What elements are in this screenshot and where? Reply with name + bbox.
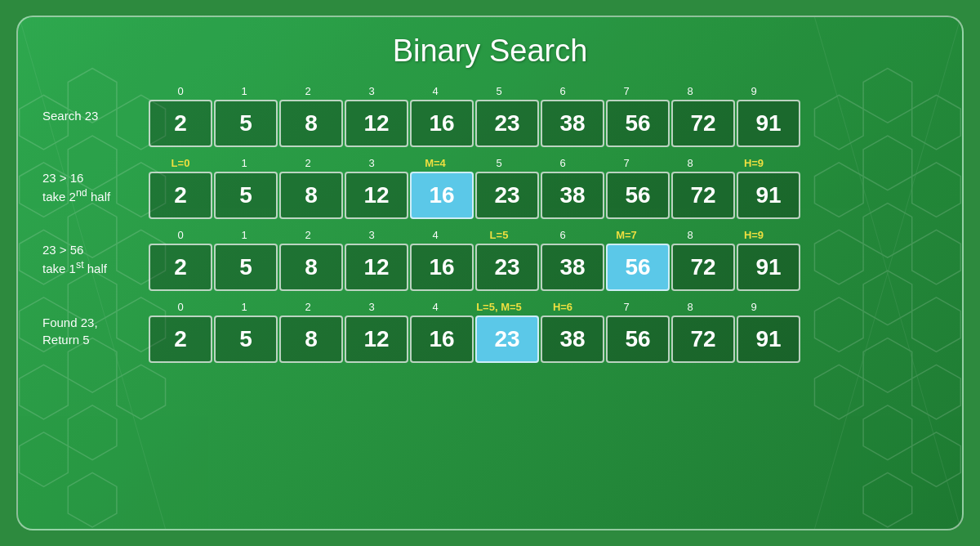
index-cell-2-6: 6 (531, 227, 595, 242)
cell-3-8: 72 (671, 316, 735, 363)
index-cell-1-2: 2 (276, 155, 340, 170)
index-cell-2-8: 8 (658, 227, 722, 242)
row-label-0: Search 23 (42, 107, 132, 124)
cell-2-0: 2 (149, 244, 212, 291)
index-cell-1-5: 5 (467, 155, 531, 170)
index-cell-2-1: 1 (212, 227, 276, 242)
index-cell-0-3: 3 (340, 83, 403, 98)
indices-row-2: 01234L=56M=78H=9 (149, 227, 800, 242)
cells-row-0: 25812162338567291 (149, 100, 800, 147)
index-cell-0-8: 8 (658, 83, 722, 98)
cells-row-3: 25812162338567291 (149, 316, 800, 363)
cell-0-0: 2 (149, 100, 212, 147)
cell-1-2: 8 (279, 172, 343, 219)
svg-marker-15 (20, 432, 69, 487)
page-title: Binary Search (393, 34, 588, 69)
index-cell-2-5: L=5 (467, 227, 531, 242)
index-cell-2-4: 4 (403, 227, 467, 242)
cell-3-4: 16 (410, 316, 474, 363)
index-cell-3-7: 7 (595, 299, 658, 314)
cells-row-2: 25812162338567291 (149, 244, 800, 291)
cell-2-7: 56 (606, 244, 670, 291)
cell-3-7: 56 (606, 316, 670, 363)
index-cell-0-4: 4 (403, 83, 467, 98)
cell-0-1: 5 (214, 100, 278, 147)
cell-0-7: 56 (606, 100, 670, 147)
index-cell-0-0: 0 (149, 83, 212, 98)
svg-marker-35 (863, 472, 912, 527)
row-label-3: Found 23,Return 5 (42, 314, 132, 348)
cell-0-4: 16 (410, 100, 474, 147)
svg-marker-14 (68, 405, 117, 460)
index-cell-3-4: 4 (403, 299, 467, 314)
index-cell-2-0: 0 (149, 227, 212, 242)
cell-3-1: 5 (214, 316, 278, 363)
cell-2-4: 16 (410, 244, 474, 291)
index-cell-3-0: 0 (149, 299, 212, 314)
cell-2-8: 72 (671, 244, 735, 291)
cell-3-3: 12 (345, 316, 408, 363)
cell-1-5: 23 (475, 172, 539, 219)
index-cell-2-2: 2 (276, 227, 340, 242)
cell-3-2: 8 (279, 316, 343, 363)
index-cell-0-2: 2 (276, 83, 340, 98)
array-container-2: 01234L=56M=78H=925812162338567291 (149, 227, 800, 291)
content-area: Search 2301234567892581216233856729123 >… (42, 83, 938, 363)
cell-2-9: 91 (737, 244, 800, 291)
index-cell-1-4: M=4 (403, 155, 467, 170)
index-cell-1-6: 6 (531, 155, 595, 170)
index-cell-0-6: 6 (531, 83, 595, 98)
index-cell-3-5: L=5, M=5 (467, 299, 531, 314)
index-cell-3-3: 3 (340, 299, 403, 314)
cell-0-9: 91 (737, 100, 800, 147)
cell-3-6: 38 (541, 316, 604, 363)
index-cell-1-0: L=0 (149, 155, 212, 170)
index-cell-1-7: 7 (595, 155, 658, 170)
row-group-3: Found 23,Return 501234L=5, M=5H=67892581… (42, 299, 938, 363)
cell-1-7: 56 (606, 172, 670, 219)
cell-0-3: 12 (345, 100, 408, 147)
array-container-1: L=0123M=45678H=925812162338567291 (149, 155, 800, 219)
index-cell-0-1: 1 (212, 83, 276, 98)
indices-row-3: 01234L=5, M=5H=6789 (149, 299, 800, 314)
cell-1-8: 72 (671, 172, 735, 219)
index-cell-3-9: 9 (722, 299, 786, 314)
svg-marker-33 (814, 365, 863, 419)
index-cell-1-9: H=9 (722, 155, 786, 170)
cell-2-5: 23 (475, 244, 539, 291)
cell-1-0: 2 (149, 172, 212, 219)
cell-1-3: 12 (345, 172, 408, 219)
cell-2-6: 38 (541, 244, 604, 291)
row-group-1: 23 > 16take 2nd halfL=0123M=45678H=92581… (42, 155, 938, 219)
index-cell-0-7: 7 (595, 83, 658, 98)
index-cell-3-1: 1 (212, 299, 276, 314)
row-label-1: 23 > 16take 2nd half (42, 169, 132, 205)
cell-2-2: 8 (279, 244, 343, 291)
index-cell-3-2: 2 (276, 299, 340, 314)
cell-3-9: 91 (737, 316, 800, 363)
index-cell-3-8: 8 (658, 299, 722, 314)
cell-2-3: 12 (345, 244, 408, 291)
cell-1-6: 38 (541, 172, 604, 219)
cell-1-1: 5 (214, 172, 278, 219)
svg-marker-17 (68, 472, 117, 527)
array-container-0: 012345678925812162338567291 (149, 83, 800, 147)
cell-1-9: 91 (737, 172, 800, 219)
row-group-2: 23 > 56take 1st half01234L=56M=78H=92581… (42, 227, 938, 291)
cell-0-6: 38 (541, 100, 604, 147)
cells-row-1: 25812162338567291 (149, 172, 800, 219)
cell-3-5: 23 (475, 316, 539, 363)
main-card: Binary Search Search 2301234567892581216… (16, 16, 964, 530)
svg-marker-32 (863, 405, 912, 460)
cell-0-2: 8 (279, 100, 343, 147)
svg-marker-16 (117, 365, 166, 419)
index-cell-0-5: 5 (467, 83, 531, 98)
svg-marker-12 (20, 365, 69, 419)
array-container-3: 01234L=5, M=5H=678925812162338567291 (149, 299, 800, 363)
row-label-2: 23 > 56take 1st half (42, 241, 132, 277)
svg-marker-31 (912, 365, 961, 419)
index-cell-1-3: 3 (340, 155, 403, 170)
indices-row-1: L=0123M=45678H=9 (149, 155, 800, 170)
row-group-0: Search 23012345678925812162338567291 (42, 83, 938, 147)
cell-1-4: 16 (410, 172, 474, 219)
